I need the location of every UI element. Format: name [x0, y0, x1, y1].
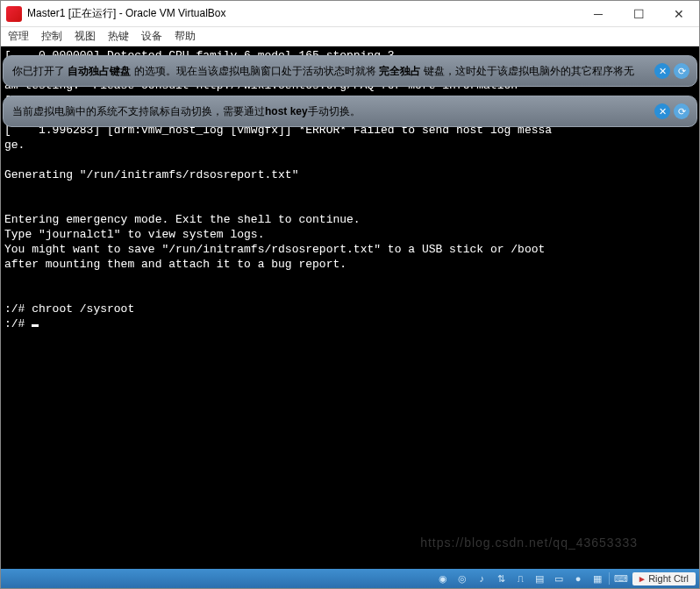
- host-key-arrow-icon: ▸: [639, 573, 645, 585]
- menu-view[interactable]: 视图: [75, 29, 96, 44]
- close-button[interactable]: ✕: [659, 1, 699, 27]
- optical-disk-icon[interactable]: ◎: [454, 571, 470, 586]
- notification-close-icon[interactable]: ✕: [654, 63, 670, 79]
- minimize-button[interactable]: ─: [578, 1, 618, 27]
- host-key-indicator[interactable]: ▸ Right Ctrl: [632, 572, 696, 585]
- notification-suppress-icon[interactable]: ⟳: [674, 103, 689, 119]
- usb-icon[interactable]: ⎍: [512, 571, 528, 586]
- vm-window: Master1 [正在运行] - Oracle VM VirtualBox ─ …: [0, 0, 700, 589]
- menu-manage[interactable]: 管理: [8, 29, 29, 44]
- cpu-icon[interactable]: ▦: [589, 571, 605, 586]
- statusbar: ◉ ◎ ♪ ⇅ ⎍ ▤ ▭ ● ▦ ⌨ ▸ Right Ctrl: [1, 569, 699, 588]
- network-icon[interactable]: ⇅: [493, 571, 509, 586]
- audio-icon[interactable]: ♪: [474, 571, 489, 586]
- menubar: 管理 控制 视图 热键 设备 帮助: [1, 27, 699, 46]
- maximize-button[interactable]: ☐: [618, 1, 659, 27]
- notification-suppress-icon[interactable]: ⟳: [674, 63, 689, 79]
- shared-folders-icon[interactable]: ▤: [532, 571, 547, 586]
- cursor: [32, 324, 39, 327]
- menu-devices[interactable]: 设备: [141, 29, 162, 44]
- menu-hotkey[interactable]: 热键: [108, 29, 129, 44]
- guest-console[interactable]: [ 0.000000] Detected CPU family 6 model …: [1, 46, 699, 569]
- notification-message: 你已打开了 自动独占键盘 的选项。现在当该虚拟电脑窗口处于活动状态时就将 完全独…: [12, 64, 654, 79]
- host-key-label: Right Ctrl: [648, 573, 689, 584]
- mouse-integration-icon[interactable]: ⌨: [613, 571, 629, 586]
- console-output: [ 0.000000] Detected CPU family 6 model …: [1, 46, 699, 333]
- notification-mouse-switch: 当前虚拟电脑中的系统不支持鼠标自动切换，需要通过host key手动切换。 ✕ …: [3, 96, 697, 127]
- statusbar-separator: [609, 572, 610, 585]
- notification-message: 当前虚拟电脑中的系统不支持鼠标自动切换，需要通过host key手动切换。: [12, 104, 654, 119]
- notification-close-icon[interactable]: ✕: [654, 103, 670, 119]
- virtualbox-icon: [6, 6, 22, 22]
- display-icon[interactable]: ▭: [551, 571, 567, 586]
- hard-disk-icon[interactable]: ◉: [435, 571, 451, 586]
- recording-icon[interactable]: ●: [570, 571, 586, 586]
- notification-keyboard-capture: 你已打开了 自动独占键盘 的选项。现在当该虚拟电脑窗口处于活动状态时就将 完全独…: [3, 55, 697, 87]
- titlebar: Master1 [正在运行] - Oracle VM VirtualBox ─ …: [1, 1, 699, 27]
- menu-help[interactable]: 帮助: [175, 29, 196, 44]
- menu-control[interactable]: 控制: [41, 29, 62, 44]
- window-title: Master1 [正在运行] - Oracle VM VirtualBox: [27, 6, 578, 21]
- watermark-text: https://blog.csdn.net/qq_43653333: [420, 536, 638, 550]
